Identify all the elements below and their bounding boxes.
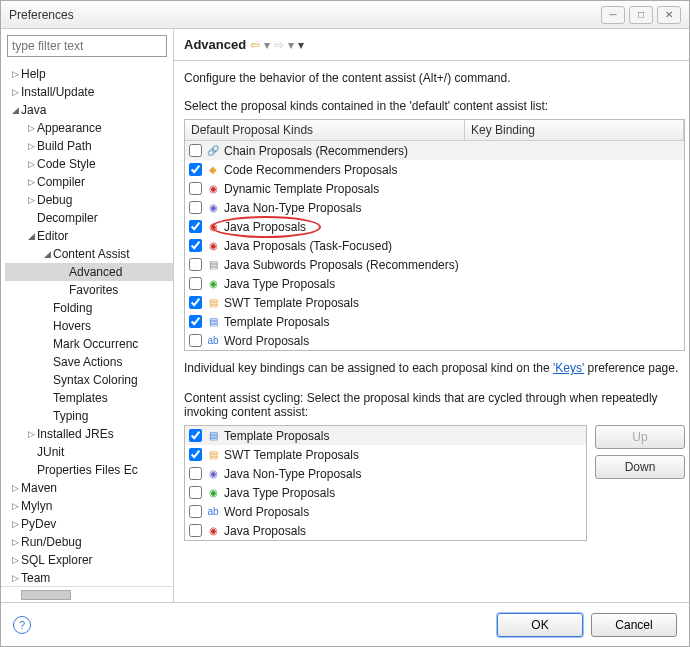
tree-item[interactable]: ▷Debug	[5, 191, 173, 209]
proposal-checkbox[interactable]	[189, 524, 202, 537]
tree-item[interactable]: ▷Installed JREs	[5, 425, 173, 443]
proposal-checkbox[interactable]	[189, 239, 202, 252]
tree-item[interactable]: JUnit	[5, 443, 173, 461]
tree-item[interactable]: Favorites	[5, 281, 173, 299]
table-row[interactable]: ◉Dynamic Template Proposals	[185, 179, 684, 198]
proposal-checkbox[interactable]	[189, 334, 202, 347]
proposal-checkbox[interactable]	[189, 201, 202, 214]
table-row[interactable]: ◉Java Non-Type Proposals	[185, 198, 684, 217]
expand-icon[interactable]: ▷	[25, 195, 37, 205]
cancel-button[interactable]: Cancel	[591, 613, 677, 637]
proposal-checkbox[interactable]	[189, 296, 202, 309]
tree-item[interactable]: ◢Content Assist	[5, 245, 173, 263]
column-header-kinds[interactable]: Default Proposal Kinds	[185, 120, 465, 140]
table-row[interactable]: abWord Proposals	[185, 331, 684, 350]
tree-item[interactable]: Advanced	[5, 263, 173, 281]
help-icon[interactable]: ?	[13, 616, 31, 634]
tree-item[interactable]: ▷Help	[5, 65, 173, 83]
tree-item[interactable]: Templates	[5, 389, 173, 407]
nav-menu-icon[interactable]: ▾	[298, 38, 304, 52]
keys-link[interactable]: 'Keys'	[553, 361, 584, 375]
expand-icon[interactable]: ▷	[9, 483, 21, 493]
table-row[interactable]: abWord Proposals	[185, 502, 586, 521]
up-button[interactable]: Up	[595, 425, 685, 449]
expand-icon[interactable]: ▷	[9, 519, 21, 529]
ok-button[interactable]: OK	[497, 613, 583, 637]
tree-item[interactable]: ▷PyDev	[5, 515, 173, 533]
tree-item[interactable]: ▷SQL Explorer	[5, 551, 173, 569]
expand-icon[interactable]: ▷	[25, 159, 37, 169]
proposal-checkbox[interactable]	[189, 277, 202, 290]
tree-item[interactable]: ◢Editor	[5, 227, 173, 245]
expand-icon[interactable]: ▷	[9, 573, 21, 583]
expand-icon[interactable]: ▷	[9, 537, 21, 547]
tree-item[interactable]: ▷Build Path	[5, 137, 173, 155]
column-header-keybinding[interactable]: Key Binding	[465, 120, 684, 140]
table-row[interactable]: ▤Template Proposals	[185, 426, 586, 445]
proposal-checkbox[interactable]	[189, 486, 202, 499]
proposal-checkbox[interactable]	[189, 258, 202, 271]
expand-icon[interactable]: ▷	[9, 69, 21, 79]
table-row[interactable]: ◉Java Type Proposals	[185, 483, 586, 502]
table-row[interactable]: 🔗Chain Proposals (Recommenders)	[185, 141, 684, 160]
preferences-tree[interactable]: ▷Help▷Install/Update◢Java▷Appearance▷Bui…	[1, 63, 173, 586]
down-button[interactable]: Down	[595, 455, 685, 479]
expand-icon[interactable]: ▷	[25, 177, 37, 187]
expand-icon[interactable]: ▷	[25, 123, 37, 133]
tree-item[interactable]: ▷Install/Update	[5, 83, 173, 101]
tree-item[interactable]: Syntax Coloring	[5, 371, 173, 389]
tree-item[interactable]: Properties Files Ec	[5, 461, 173, 479]
table-row[interactable]: ▤SWT Template Proposals	[185, 293, 684, 312]
expand-icon[interactable]: ▷	[25, 429, 37, 439]
table-row[interactable]: ▤Java Subwords Proposals (Recommenders)	[185, 255, 684, 274]
tree-item[interactable]: ▷Compiler	[5, 173, 173, 191]
proposal-checkbox[interactable]	[189, 448, 202, 461]
tree-item-label: Run/Debug	[21, 535, 82, 549]
maximize-button[interactable]: □	[629, 6, 653, 24]
expand-icon[interactable]: ▷	[25, 141, 37, 151]
tree-item[interactable]: ▷Code Style	[5, 155, 173, 173]
table-row[interactable]: ◉Java Non-Type Proposals	[185, 464, 586, 483]
expand-icon[interactable]: ▷	[9, 87, 21, 97]
tree-item[interactable]: ▷Mylyn	[5, 497, 173, 515]
horizontal-scrollbar[interactable]	[1, 586, 173, 602]
proposal-checkbox[interactable]	[189, 429, 202, 442]
expand-icon[interactable]: ▷	[9, 555, 21, 565]
filter-input[interactable]	[7, 35, 167, 57]
expand-icon[interactable]: ◢	[9, 105, 21, 115]
proposal-checkbox[interactable]	[189, 315, 202, 328]
nav-forward-icon[interactable]: ⇨	[274, 38, 284, 52]
table-row[interactable]: ◉Java Proposals	[185, 521, 586, 540]
close-button[interactable]: ✕	[657, 6, 681, 24]
nav-back-icon[interactable]: ⇦	[250, 38, 260, 52]
tree-item[interactable]: Typing	[5, 407, 173, 425]
proposal-checkbox[interactable]	[189, 505, 202, 518]
tree-item[interactable]: ▷Team	[5, 569, 173, 586]
proposal-checkbox[interactable]	[189, 144, 202, 157]
expand-icon[interactable]: ▷	[9, 501, 21, 511]
tree-item[interactable]: Save Actions	[5, 353, 173, 371]
tree-item[interactable]: ▷Run/Debug	[5, 533, 173, 551]
table-row[interactable]: ◉Java Proposals	[185, 217, 684, 236]
tree-item[interactable]: ▷Appearance	[5, 119, 173, 137]
table-row[interactable]: ◆Code Recommenders Proposals	[185, 160, 684, 179]
proposal-checkbox[interactable]	[189, 220, 202, 233]
tree-item[interactable]: ◢Java	[5, 101, 173, 119]
expand-icon[interactable]: ◢	[25, 231, 37, 241]
table-row[interactable]: ◉Java Type Proposals	[185, 274, 684, 293]
table-row[interactable]: ▤Template Proposals	[185, 312, 684, 331]
table-row[interactable]: ◉Java Proposals (Task-Focused)	[185, 236, 684, 255]
table-row[interactable]: ▤SWT Template Proposals	[185, 445, 586, 464]
minimize-button[interactable]: ─	[601, 6, 625, 24]
tree-item[interactable]: Hovers	[5, 317, 173, 335]
nav-forward-menu-icon[interactable]: ▾	[288, 38, 294, 52]
tree-item[interactable]: Folding	[5, 299, 173, 317]
proposal-checkbox[interactable]	[189, 182, 202, 195]
tree-item[interactable]: Mark Occurrenc	[5, 335, 173, 353]
tree-item[interactable]: Decompiler	[5, 209, 173, 227]
expand-icon[interactable]: ◢	[41, 249, 53, 259]
proposal-checkbox[interactable]	[189, 163, 202, 176]
proposal-checkbox[interactable]	[189, 467, 202, 480]
nav-back-menu-icon[interactable]: ▾	[264, 38, 270, 52]
tree-item[interactable]: ▷Maven	[5, 479, 173, 497]
